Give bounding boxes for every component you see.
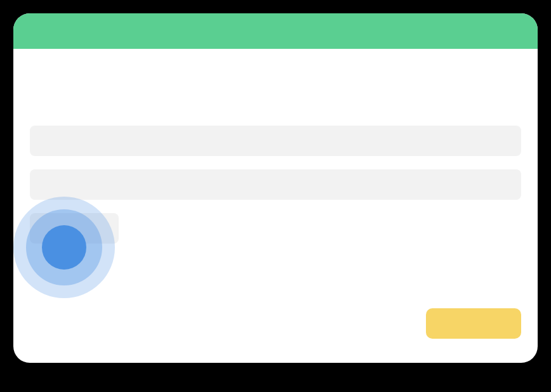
- input-field-3[interactable]: [30, 213, 119, 244]
- submit-button[interactable]: [426, 308, 521, 339]
- main-panel: [13, 13, 538, 363]
- header-bar: [13, 13, 538, 49]
- input-field-2[interactable]: [30, 169, 521, 200]
- input-field-1[interactable]: [30, 126, 521, 156]
